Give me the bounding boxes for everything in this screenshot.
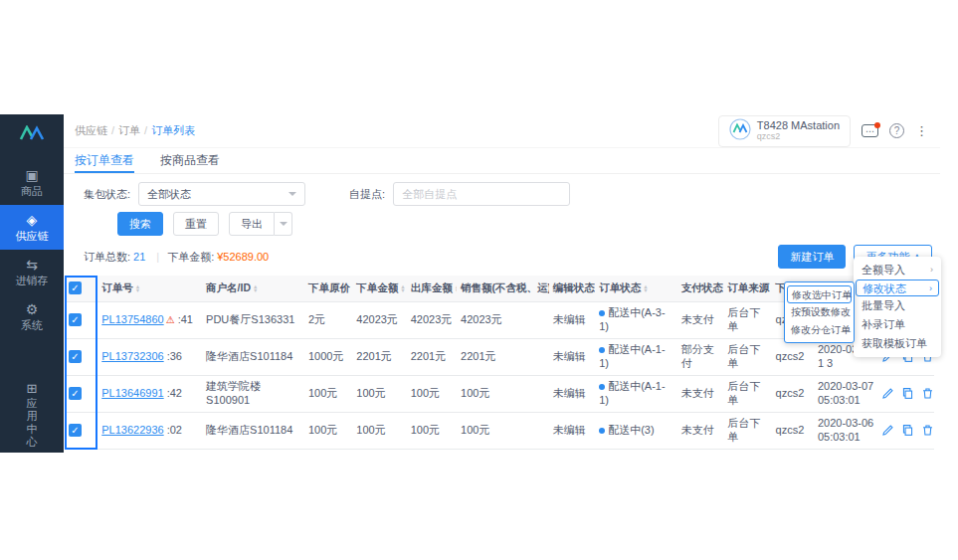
sort-icon[interactable]: ▲▼ xyxy=(253,284,258,292)
submenu-item-modify-selected-orders[interactable]: 修改选中订单 xyxy=(787,285,852,303)
submenu-item-modify-by-preset[interactable]: 按预设数修改 xyxy=(787,303,852,321)
help-icon[interactable]: ? xyxy=(889,123,904,138)
pickup-point-input[interactable] xyxy=(393,182,570,206)
row-checkbox[interactable]: ✓ xyxy=(69,387,82,400)
col-original-price[interactable]: 下单原价▲▼ xyxy=(304,276,352,301)
menu-item-label: 全额导入 xyxy=(862,261,905,280)
sidebar-item-label: 系统 xyxy=(0,318,64,332)
submenu-item-modify-split-warehouse[interactable]: 修改分仓订单 xyxy=(787,321,852,339)
sidebar-item-app-center[interactable]: ⊞ 应用中心 xyxy=(0,381,64,449)
edit-status-cell: 未编辑 xyxy=(553,350,586,362)
menu-item-batch-import[interactable]: 批量导入 xyxy=(854,296,941,315)
sidebar-item-system[interactable]: ⚙ 系统 xyxy=(0,294,64,339)
menu-item-label: 补录订单 xyxy=(862,315,905,334)
order-time-fragment: :41 xyxy=(178,313,193,325)
search-button[interactable]: 搜索 xyxy=(117,212,163,236)
package-status-select[interactable]: 全部状态 xyxy=(138,182,305,206)
export-caret-button[interactable] xyxy=(275,212,292,236)
row-checkbox[interactable]: ✓ xyxy=(69,424,82,437)
tab-by-order[interactable]: 按订单查看 xyxy=(75,148,134,173)
date-cell: 2020-03-07 05:03:01 xyxy=(818,380,873,406)
order-link[interactable]: PL13622936 xyxy=(101,424,163,436)
view-tabs: 按订单查看 按商品查看 xyxy=(64,148,940,174)
col-pay-status[interactable]: 支付状态▲▼ xyxy=(677,276,723,301)
pay-status-cell: 部分支付 xyxy=(681,343,714,369)
more-functions-menu: 全额导入› 修改状态› 批量导入 补录订单 获取模板订单 xyxy=(854,257,941,357)
col-order-amount[interactable]: 下单金额▲▼ xyxy=(352,276,406,301)
notification-badge xyxy=(874,122,880,128)
order-link[interactable]: PL13732306 xyxy=(101,350,163,362)
breadcrumb-orders[interactable]: 订单 xyxy=(118,124,140,136)
menu-item-full-amount-import[interactable]: 全额导入› xyxy=(854,261,941,280)
chevron-down-icon xyxy=(280,222,287,226)
more-menu-icon[interactable]: ⋮ xyxy=(915,123,928,138)
export-button[interactable]: 导出 xyxy=(229,212,275,236)
sort-icon[interactable]: ▲▼ xyxy=(135,284,140,292)
user-account[interactable]: T8428 MAstation qzcs2 xyxy=(718,115,851,147)
col-sales[interactable]: 销售额(不含税、运)▲▼ xyxy=(457,276,549,301)
menu-item-label: 批量导入 xyxy=(862,296,905,315)
row-checkbox[interactable]: ✓ xyxy=(69,313,82,326)
order-link[interactable]: PL13646991 xyxy=(101,387,163,399)
edit-icon[interactable] xyxy=(881,387,894,400)
goods-icon: ▣ xyxy=(0,167,64,183)
menu-item-get-template-orders[interactable]: 获取模板订单 xyxy=(854,334,941,353)
outbound-cell: 100元 xyxy=(411,424,440,436)
col-label: 销售额(不含税、运) xyxy=(461,281,549,293)
orig-price-cell: 100元 xyxy=(308,387,337,399)
operator-cell: qzcs2 xyxy=(776,350,805,362)
edit-status-cell: 未编辑 xyxy=(553,424,586,436)
tab-by-product[interactable]: 按商品查看 xyxy=(160,148,220,173)
breadcrumb-supply-chain[interactable]: 供应链 xyxy=(75,124,107,136)
select-all-checkbox[interactable]: ✓ xyxy=(69,281,82,294)
order-status-cell: 配送中(A-1-1) xyxy=(599,380,665,406)
copy-icon[interactable] xyxy=(901,387,914,400)
row-checkbox[interactable]: ✓ xyxy=(69,350,82,363)
col-label: 编辑状态 xyxy=(553,281,595,293)
orig-price-cell: 2元 xyxy=(308,313,325,325)
new-order-button[interactable]: 新建订单 xyxy=(778,245,846,269)
order-time-fragment: :42 xyxy=(167,387,182,399)
sidebar-item-inventory[interactable]: ⇆ 进销存 xyxy=(0,250,64,294)
orig-price-cell: 1000元 xyxy=(308,350,343,362)
delete-icon[interactable] xyxy=(921,424,934,437)
edit-icon[interactable] xyxy=(881,424,894,437)
col-order-source[interactable]: 订单来源▲▼ xyxy=(723,276,771,301)
col-merchant[interactable]: 商户名/ID▲▼ xyxy=(202,276,304,301)
breadcrumb-separator: / xyxy=(144,124,147,136)
order-amount-cell: 100元 xyxy=(356,424,385,436)
summary-row: 订单总数: 21 | 下单金额: ¥52689.00 新建订单 更多功能∧ xyxy=(84,244,932,270)
order-amount-cell: 42023元 xyxy=(356,313,398,325)
app-logo xyxy=(0,114,64,152)
sales-cell: 42023元 xyxy=(461,313,502,325)
sidebar-item-label: 商品 xyxy=(0,184,64,198)
reset-button[interactable]: 重置 xyxy=(173,212,219,236)
col-edit-status[interactable]: 编辑状态▲▼ xyxy=(549,276,595,301)
sort-icon[interactable]: ▲▼ xyxy=(643,284,648,292)
col-label: 商户名/ID xyxy=(206,281,251,293)
sidebar-item-label: 进销存 xyxy=(0,274,64,287)
sidebar-item-supply-chain[interactable]: ◈ 供应链 xyxy=(0,205,64,250)
copy-icon[interactable] xyxy=(901,424,914,437)
pay-status-cell: 未支付 xyxy=(681,424,714,436)
col-order-status[interactable]: 订单状态▲▼ xyxy=(595,276,677,301)
merchant-cell: 建筑学院楼S100901 xyxy=(206,380,261,406)
breadcrumb-separator: / xyxy=(111,124,114,136)
action-buttons: 搜索 重置 导出 xyxy=(117,212,940,236)
menu-item-supplement-order[interactable]: 补录订单 xyxy=(854,315,941,334)
outbound-cell: 42023元 xyxy=(411,313,453,325)
order-status-cell: 配送中(A-3-1) xyxy=(599,306,665,332)
col-order-no[interactable]: 订单号▲▼ xyxy=(97,276,202,301)
sort-icon[interactable]: ▲▼ xyxy=(400,284,405,292)
order-total-label: 订单总数: xyxy=(84,250,130,265)
order-link[interactable]: PL13754860 xyxy=(101,313,163,325)
sort-icon[interactable]: ▲▼ xyxy=(455,284,457,292)
menu-item-modify-status[interactable]: 修改状态› xyxy=(856,280,939,296)
supply-chain-icon: ◈ xyxy=(0,212,64,228)
delete-icon[interactable] xyxy=(921,387,934,400)
sidebar-item-goods[interactable]: ▣ 商品 xyxy=(0,160,64,205)
source-cell: 后台下单 xyxy=(727,417,760,443)
outbound-cell: 100元 xyxy=(411,387,440,399)
message-icon[interactable]: ⋯ xyxy=(862,124,878,137)
col-outbound-amount[interactable]: 出库金额▲▼ xyxy=(407,276,457,301)
